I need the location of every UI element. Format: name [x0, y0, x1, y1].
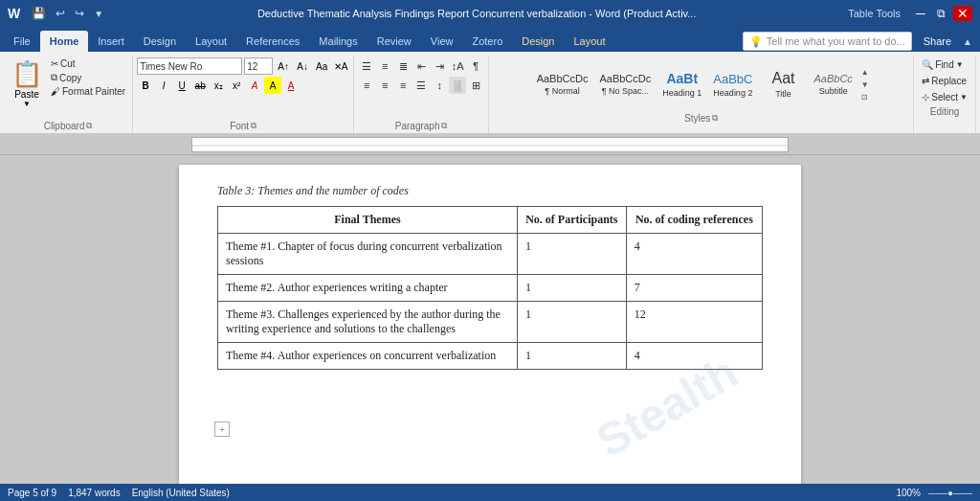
- paste-dropdown[interactable]: ▼: [23, 100, 31, 108]
- add-table-row-button[interactable]: +: [214, 421, 230, 437]
- quick-access-save[interactable]: 💾: [32, 7, 46, 20]
- cut-button[interactable]: ✂ Cut: [48, 57, 128, 70]
- styles-expand-btn[interactable]: ⊡: [859, 91, 871, 103]
- italic-button[interactable]: I: [155, 77, 172, 94]
- style-subtitle[interactable]: AaBbCc Subtitle: [809, 57, 857, 111]
- select-dropdown[interactable]: ▼: [960, 93, 968, 102]
- minimize-btn[interactable]: ─: [912, 6, 929, 21]
- font-name-input[interactable]: [137, 57, 242, 75]
- sort-button[interactable]: ↕A: [449, 57, 466, 75]
- style-no-space[interactable]: AaBbCcDc ¶ No Spac...: [594, 57, 656, 111]
- borders-button[interactable]: ⊞: [467, 77, 484, 94]
- justify-button[interactable]: ☰: [412, 77, 430, 94]
- multilevel-list-button[interactable]: ≣: [394, 57, 412, 75]
- style-title[interactable]: Aat Title: [759, 57, 807, 111]
- font-grow-button[interactable]: A↑: [275, 57, 292, 75]
- text-effects-button[interactable]: A: [246, 77, 263, 94]
- restore-btn[interactable]: ⧉: [933, 7, 949, 20]
- ribbon-tabs-bar: File Home Insert Design Layout Reference…: [0, 27, 980, 52]
- styles-group-label: Styles ⧉: [684, 113, 718, 125]
- tab-mailings[interactable]: Mailings: [309, 31, 367, 52]
- quick-access-redo[interactable]: ↪: [75, 7, 84, 20]
- tell-me-bar[interactable]: 💡 Tell me what you want to do...: [743, 32, 912, 51]
- theme-4[interactable]: Theme #4. Author experiences on concurre…: [218, 343, 518, 370]
- clear-formatting-button[interactable]: ✕A: [332, 57, 349, 75]
- theme-1[interactable]: Theme #1. Chapter of focus during concur…: [218, 234, 518, 275]
- document[interactable]: + Table 3: Themes and the number of code…: [179, 165, 801, 484]
- align-center-button[interactable]: ≡: [376, 77, 393, 94]
- replace-button[interactable]: ⇄ Replace: [918, 74, 971, 88]
- collapse-ribbon-btn[interactable]: ▲: [963, 36, 972, 47]
- line-spacing-button[interactable]: ↕: [431, 77, 448, 94]
- content-area: + Table 3: Themes and the number of code…: [0, 134, 980, 484]
- status-bar: Page 5 of 9 1,847 words English (United …: [0, 484, 980, 501]
- font-group: A↑ A↓ Aa ✕A B I U ab x₂ x² A A A: [133, 56, 354, 133]
- tab-references[interactable]: References: [236, 31, 309, 52]
- text-highlight-button[interactable]: A: [264, 77, 281, 94]
- close-btn[interactable]: ✕: [953, 6, 972, 21]
- format-painter-button[interactable]: 🖌 Format Painter: [48, 85, 128, 98]
- find-button[interactable]: 🔍 Find ▼: [918, 57, 971, 72]
- share-button[interactable]: Share: [916, 31, 959, 52]
- app-container: W 💾 ↩ ↪ ▼ Deductive Thematic Analysis Fi…: [0, 0, 980, 501]
- title-bar-right: Table Tools ─ ⧉ ✕: [848, 6, 972, 21]
- participants-3: 1: [517, 302, 626, 343]
- font-shrink-button[interactable]: A↓: [294, 57, 311, 75]
- style-heading2[interactable]: AaBbC Heading 2: [708, 57, 757, 111]
- paragraph-expand-icon[interactable]: ⧉: [441, 121, 447, 131]
- strikethrough-button[interactable]: ab: [191, 77, 209, 94]
- style-normal[interactable]: AaBbCcDc ¶ Normal: [532, 57, 593, 111]
- theme-3[interactable]: Theme #3. Challenges experienced by the …: [218, 302, 518, 343]
- quick-access-customize[interactable]: ▼: [94, 9, 103, 19]
- tab-layout2[interactable]: Layout: [565, 31, 615, 52]
- align-right-button[interactable]: ≡: [394, 77, 412, 94]
- styles-expand-icon[interactable]: ⧉: [712, 113, 718, 124]
- editing-group-label: Editing: [930, 106, 960, 119]
- tell-me-text: Tell me what you want to do...: [767, 35, 905, 47]
- select-button[interactable]: ⊹ Select ▼: [918, 90, 971, 104]
- copy-button[interactable]: ⧉ Copy: [48, 71, 128, 84]
- find-dropdown[interactable]: ▼: [956, 60, 964, 69]
- data-table: Final Themes No. of Participants No. of …: [217, 206, 763, 370]
- coding-2: 7: [626, 275, 762, 302]
- clipboard-expand-icon[interactable]: ⧉: [86, 121, 92, 131]
- superscript-button[interactable]: x²: [228, 77, 245, 94]
- para-row2: ≡ ≡ ≡ ☰ ↕ ░ ⊞: [358, 77, 484, 94]
- lightbulb-icon: 💡: [749, 35, 763, 48]
- show-formatting-button[interactable]: ¶: [467, 57, 484, 75]
- theme-2[interactable]: Theme #2. Author experiences writing a c…: [218, 275, 518, 302]
- styles-scroll-up[interactable]: ▲: [859, 66, 871, 79]
- bullets-button[interactable]: ☰: [358, 57, 375, 75]
- font-size-input[interactable]: [244, 57, 273, 75]
- numbering-button[interactable]: ≡: [376, 57, 393, 75]
- style-heading1[interactable]: AaBt Heading 1: [657, 57, 706, 111]
- font-group-content: A↑ A↓ Aa ✕A B I U ab x₂ x² A A A: [137, 57, 349, 119]
- decrease-indent-button[interactable]: ⇤: [412, 57, 430, 75]
- bold-button[interactable]: B: [137, 77, 154, 94]
- tab-view[interactable]: View: [421, 31, 463, 52]
- increase-indent-button[interactable]: ⇥: [431, 57, 448, 75]
- tab-review[interactable]: Review: [368, 31, 421, 52]
- tab-zotero[interactable]: Zotero: [462, 31, 512, 52]
- title-bar: W 💾 ↩ ↪ ▼ Deductive Thematic Analysis Fi…: [0, 0, 980, 27]
- styles-scroll-down[interactable]: ▼: [859, 79, 871, 91]
- paragraph-group: ☰ ≡ ≣ ⇤ ⇥ ↕A ¶ ≡ ≡ ≡ ☰ ↕ ░ ⊞: [354, 56, 489, 133]
- subscript-button[interactable]: x₂: [210, 77, 227, 94]
- tab-insert[interactable]: Insert: [88, 31, 134, 52]
- tab-home[interactable]: Home: [40, 31, 89, 52]
- tab-layout[interactable]: Layout: [186, 31, 236, 52]
- paste-button[interactable]: 📋 Paste ▼: [8, 57, 46, 110]
- quick-access-undo[interactable]: ↩: [56, 7, 65, 20]
- font-expand-icon[interactable]: ⧉: [251, 121, 256, 131]
- underline-button[interactable]: U: [173, 77, 190, 94]
- font-color-button[interactable]: A: [282, 77, 300, 94]
- change-case-button[interactable]: Aa: [313, 57, 330, 75]
- zoom-slider[interactable]: ——●——: [928, 488, 972, 498]
- align-left-button[interactable]: ≡: [358, 77, 375, 94]
- title-bar-left: W 💾 ↩ ↪ ▼: [8, 6, 105, 21]
- shading-button[interactable]: ░: [449, 77, 466, 94]
- tab-design[interactable]: Design: [134, 31, 186, 52]
- tab-file[interactable]: File: [4, 31, 40, 52]
- tab-design2[interactable]: Design: [512, 31, 564, 52]
- zoom-level: 100%: [896, 488, 921, 498]
